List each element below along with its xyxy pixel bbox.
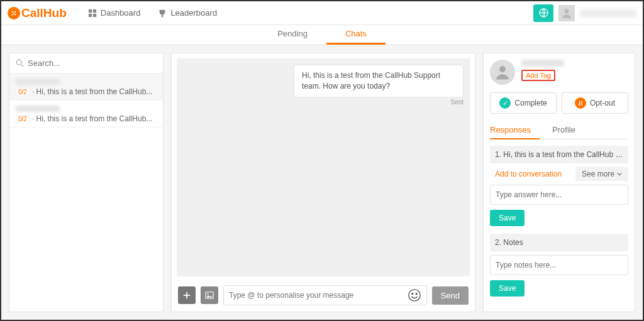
- conversation-preview: 0/2· Hi, this is a test from the CallHub…: [16, 114, 157, 123]
- contact-panel: Add Tag ✓ Complete B Opt-out Responses P…: [483, 53, 635, 312]
- conversation-item[interactable]: 0/2· Hi, this is a test from the CallHub…: [9, 101, 163, 128]
- svg-point-12: [416, 293, 417, 295]
- unread-badge: 0/2: [16, 115, 30, 123]
- message-input[interactable]: [229, 291, 408, 300]
- conversation-item[interactable]: 0/2· Hi, this is a test from the CallHub…: [9, 73, 163, 101]
- person-icon: [561, 8, 572, 19]
- save-answer-button[interactable]: Save: [490, 210, 525, 226]
- main-area: 0/2· Hi, this is a test from the CallHub…: [1, 45, 643, 320]
- response-block-2: 2. Notes Save: [490, 234, 628, 297]
- conversation-list: 0/2· Hi, this is a test from the CallHub…: [9, 53, 164, 312]
- svg-point-9: [207, 293, 208, 295]
- brand-text: CallHub: [21, 6, 67, 20]
- subtab-profile[interactable]: Profile: [552, 121, 584, 139]
- compose-bar: Send: [172, 281, 475, 312]
- search-icon: [16, 59, 24, 67]
- svg-point-5: [565, 9, 569, 13]
- contact-name-redacted: [521, 60, 564, 67]
- trophy-icon: [158, 9, 167, 18]
- tab-chats[interactable]: Chats: [326, 24, 386, 45]
- message-input-wrap: [223, 285, 427, 305]
- svg-rect-3: [93, 13, 96, 16]
- svg-rect-8: [206, 292, 213, 299]
- message-status: Sent: [183, 99, 464, 106]
- response-block-1: 1. Hi, this is a test from the CallHub S…: [490, 146, 628, 226]
- send-button[interactable]: Send: [432, 286, 469, 305]
- contact-avatar: [490, 60, 515, 85]
- see-more-button[interactable]: See more: [575, 167, 628, 181]
- svg-point-13: [499, 66, 506, 72]
- opt-out-button[interactable]: B Opt-out: [562, 92, 628, 114]
- main-tabs: Pending Chats: [1, 25, 643, 45]
- outgoing-message: Hi, this is a test from the CallHub Supp…: [294, 65, 464, 97]
- check-icon: ✓: [499, 97, 511, 109]
- action-row: ✓ Complete B Opt-out: [490, 92, 628, 114]
- chevron-down-icon: [617, 171, 622, 177]
- nav-leaderboard-label: Leaderboard: [170, 8, 217, 18]
- add-image-button[interactable]: [201, 286, 218, 304]
- complete-button[interactable]: ✓ Complete: [490, 92, 557, 114]
- opt-out-icon: B: [575, 97, 586, 109]
- person-icon: [494, 64, 511, 80]
- nav-dashboard[interactable]: Dashboard: [79, 1, 150, 24]
- emoji-button[interactable]: [408, 288, 421, 302]
- globe-icon: [539, 8, 548, 18]
- svg-point-10: [408, 290, 419, 301]
- smile-icon: [408, 288, 421, 302]
- nav-dashboard-label: Dashboard: [101, 8, 141, 18]
- image-icon: [205, 291, 214, 300]
- notes-input[interactable]: [490, 255, 628, 275]
- brand-logo[interactable]: CallHub: [8, 6, 67, 20]
- answer-input[interactable]: [490, 185, 628, 205]
- topbar: CallHub Dashboard Leaderboard: [1, 1, 643, 25]
- contact-header: Add Tag: [490, 60, 628, 85]
- svg-point-11: [412, 293, 413, 295]
- nav-leaderboard[interactable]: Leaderboard: [149, 1, 226, 24]
- svg-line-7: [21, 65, 23, 67]
- svg-rect-0: [89, 9, 92, 12]
- callhub-icon: [8, 7, 20, 19]
- user-name[interactable]: [580, 9, 636, 17]
- dashboard-icon: [88, 9, 97, 18]
- chat-panel: Hi, this is a test from the CallHub Supp…: [171, 53, 475, 312]
- contact-name-redacted: [16, 106, 60, 112]
- unread-badge: 0/2: [16, 88, 30, 96]
- svg-point-6: [16, 60, 21, 65]
- svg-rect-2: [89, 13, 92, 16]
- subtab-responses[interactable]: Responses: [490, 121, 540, 139]
- save-notes-button[interactable]: Save: [490, 280, 525, 297]
- user-avatar[interactable]: [558, 5, 575, 21]
- search-input[interactable]: [28, 58, 157, 68]
- response-question: 1. Hi, this is a test from the CallHub S…: [490, 146, 628, 163]
- contact-subtabs: Responses Profile: [490, 121, 628, 139]
- plus-icon: [182, 291, 191, 300]
- search-row: [9, 53, 163, 73]
- svg-rect-1: [93, 9, 96, 12]
- tab-pending[interactable]: Pending: [258, 24, 326, 45]
- response-question: 2. Notes: [490, 234, 628, 251]
- contact-name-redacted: [16, 79, 60, 85]
- add-tag-button[interactable]: Add Tag: [521, 70, 555, 81]
- chat-scroll-area[interactable]: Hi, this is a test from the CallHub Supp…: [177, 58, 470, 276]
- language-button[interactable]: [533, 4, 553, 22]
- conversation-preview: 0/2· Hi, this is a test from the CallHub…: [16, 87, 157, 96]
- add-to-conversation-link[interactable]: Add to conversation: [490, 167, 575, 181]
- add-attachment-button[interactable]: [178, 286, 196, 304]
